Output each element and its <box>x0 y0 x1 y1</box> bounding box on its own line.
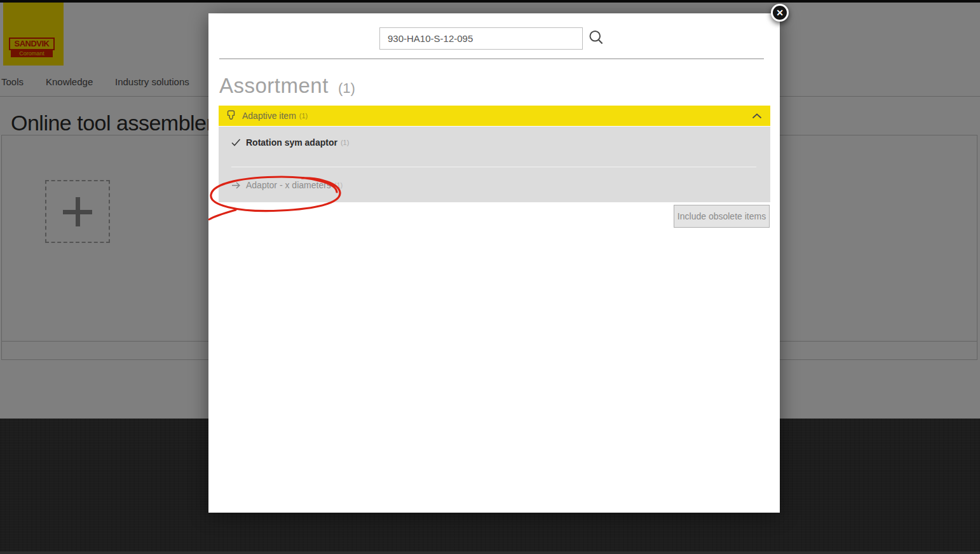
check-icon <box>231 139 241 146</box>
row-rotation-sym-adaptor[interactable]: Rotation sym adaptor (1) <box>231 137 349 148</box>
group-count: (1) <box>299 112 308 120</box>
group-label: Adaptive item <box>242 111 296 121</box>
assortment-count: (1) <box>338 80 355 97</box>
row-label: Rotation sym adaptor <box>246 137 337 148</box>
modal-divider <box>219 59 764 59</box>
search-input[interactable] <box>379 27 583 50</box>
row-label: Adaptor - x diameters <box>246 180 331 190</box>
assortment-header: Assortment (1) <box>219 74 355 98</box>
include-obsolete-items-button[interactable]: Include obsolete items <box>674 205 770 228</box>
search-icon[interactable] <box>589 30 605 46</box>
row-divider <box>231 167 756 167</box>
row-count: (1) <box>334 181 343 189</box>
row-adaptor-x-diameters[interactable]: Adaptor - x diameters (1) <box>231 180 343 190</box>
group-adaptive-item[interactable]: Adaptive item (1) <box>219 106 770 126</box>
adaptive-item-icon <box>226 110 236 121</box>
row-count: (1) <box>341 139 349 146</box>
arrow-right-icon <box>231 181 241 190</box>
group-results-panel: Rotation sym adaptor (1) Adaptor - x dia… <box>219 127 770 202</box>
close-icon[interactable]: ✕ <box>771 4 789 22</box>
chevron-up-icon[interactable] <box>752 113 762 119</box>
assortment-title: Assortment <box>219 74 329 98</box>
search-modal: Assortment (1) Adaptive item (1) Rotatio… <box>208 13 780 513</box>
